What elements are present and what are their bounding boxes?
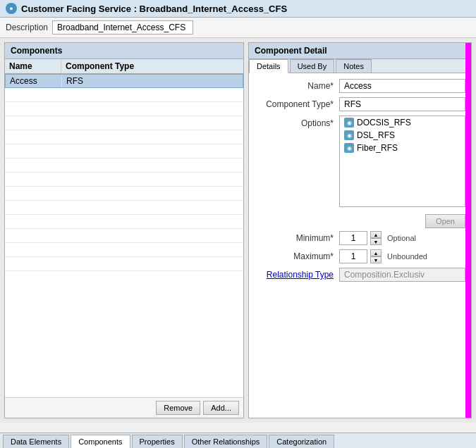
components-panel-title: Components	[5, 43, 243, 59]
bottom-tab-other-relationships[interactable]: Other Relationships	[184, 435, 268, 448]
option-item[interactable]: ◉ DOCSIS_RFS	[340, 116, 465, 129]
bottom-tab-data-elements[interactable]: Data Elements	[3, 435, 69, 448]
options-list[interactable]: ◉ DOCSIS_RFS ◉ DSL_RFS ◉ Fiber_RFS	[339, 116, 465, 207]
maximum-row: Maximum* ▲ ▼ Unbounded	[255, 249, 465, 263]
maximum-spinner-buttons: ▲ ▼	[370, 249, 382, 263]
component-type-input[interactable]	[339, 97, 465, 111]
empty-row	[5, 229, 243, 243]
option-label: Fiber_RFS	[357, 143, 398, 153]
options-label: Options*	[255, 116, 339, 128]
title-text: Customer Facing Service : Broadband_Inte…	[21, 4, 287, 14]
components-footer: Remove Add...	[5, 397, 243, 418]
relationship-type-input[interactable]	[339, 268, 465, 282]
empty-row	[5, 257, 243, 271]
tabs: Details Used By Notes	[249, 59, 471, 73]
maximum-suffix: Unbounded	[387, 252, 427, 261]
minimum-spinner-buttons: ▲ ▼	[370, 231, 382, 245]
table-row[interactable]: Access RFS	[5, 74, 243, 88]
options-row: Options* ◉ DOCSIS_RFS ◉ DSL_RFS ◉ Fiber_…	[255, 116, 465, 207]
remove-button[interactable]: Remove	[156, 401, 200, 415]
bottom-tab-categorization[interactable]: Categorization	[269, 435, 334, 448]
description-value: Broadband_Internet_Access_CFS	[52, 20, 193, 35]
empty-row	[5, 102, 243, 116]
title-icon: ●	[6, 3, 17, 14]
maximum-spinner-group: ▲ ▼ Unbounded	[339, 249, 427, 263]
detail-form: Name* Component Type* Options* ◉ DOCSIS_…	[249, 73, 471, 418]
relationship-type-row: Relationship Type	[255, 268, 465, 282]
main-content: Components Name Component Type Access RF…	[0, 38, 476, 423]
add-button[interactable]: Add...	[203, 401, 239, 415]
col-name-header: Name	[5, 59, 61, 73]
maximum-down-button[interactable]: ▼	[370, 256, 382, 263]
components-panel: Components Name Component Type Access RF…	[4, 42, 244, 418]
bottom-tab-properties[interactable]: Properties	[132, 435, 183, 448]
description-bar: Description Broadband_Internet_Access_CF…	[0, 18, 476, 38]
maximum-label: Maximum*	[255, 249, 339, 261]
tab-used-by[interactable]: Used By	[290, 59, 335, 73]
minimum-up-button[interactable]: ▲	[370, 231, 382, 238]
minimum-suffix: Optional	[387, 234, 416, 242]
right-edge-decoration	[465, 43, 471, 418]
option-label: DSL_RFS	[357, 130, 395, 140]
table-header: Name Component Type	[5, 59, 243, 74]
minimum-spinner-group: ▲ ▼ Optional	[339, 231, 416, 245]
relationship-type-label[interactable]: Relationship Type	[255, 268, 339, 280]
empty-row	[5, 158, 243, 173]
empty-row	[5, 130, 243, 144]
empty-row	[5, 201, 243, 215]
title-bar: ● Customer Facing Service : Broadband_In…	[0, 0, 476, 18]
open-button[interactable]: Open	[425, 214, 465, 228]
option-item[interactable]: ◉ Fiber_RFS	[340, 142, 465, 154]
option-icon: ◉	[344, 143, 354, 153]
minimum-down-button[interactable]: ▼	[370, 238, 382, 245]
table-rows: Access RFS	[5, 74, 243, 271]
row-name: Access	[6, 75, 62, 87]
bottom-tab-components[interactable]: Components	[71, 435, 130, 448]
option-icon: ◉	[344, 118, 354, 127]
components-table: Name Component Type Access RFS	[5, 59, 243, 397]
empty-row	[5, 173, 243, 187]
description-label: Description	[6, 23, 48, 32]
detail-panel-title: Component Detail	[249, 43, 471, 59]
minimum-row: Minimum* ▲ ▼ Optional	[255, 231, 465, 245]
empty-row	[5, 116, 243, 130]
name-row: Name*	[255, 79, 465, 93]
component-type-label: Component Type*	[255, 97, 339, 109]
tab-notes[interactable]: Notes	[336, 59, 372, 73]
option-item[interactable]: ◉ DSL_RFS	[340, 129, 465, 142]
option-label: DOCSIS_RFS	[357, 118, 411, 127]
empty-row	[5, 215, 243, 229]
option-icon: ◉	[344, 130, 354, 140]
maximum-up-button[interactable]: ▲	[370, 249, 382, 256]
minimum-input[interactable]	[339, 231, 367, 245]
bottom-tabs: Data Elements Components Properties Othe…	[0, 433, 476, 448]
col-type-header: Component Type	[61, 59, 243, 73]
empty-row	[5, 243, 243, 257]
open-btn-row: Open	[255, 211, 465, 231]
detail-panel: Component Detail Details Used By Notes N…	[248, 42, 472, 418]
component-type-row: Component Type*	[255, 97, 465, 111]
empty-row	[5, 144, 243, 158]
row-type: RFS	[62, 75, 243, 87]
empty-row	[5, 88, 243, 102]
empty-row	[5, 187, 243, 201]
maximum-input[interactable]	[339, 249, 367, 263]
name-label: Name*	[255, 79, 339, 91]
minimum-label: Minimum*	[255, 231, 339, 243]
name-input[interactable]	[339, 79, 465, 93]
tab-details[interactable]: Details	[249, 59, 288, 73]
